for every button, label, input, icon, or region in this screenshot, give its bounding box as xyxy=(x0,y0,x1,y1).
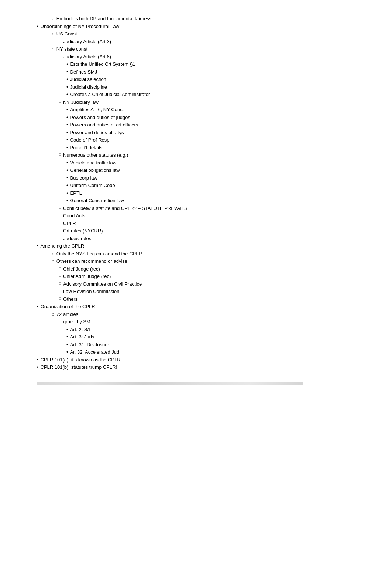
item-text: Power and duties of attys xyxy=(70,129,370,136)
list-item: •Uniform Comm Code xyxy=(37,182,370,189)
bullet-icon: • xyxy=(66,326,68,333)
bullet-icon: • xyxy=(66,190,68,197)
item-text: Others xyxy=(63,296,370,303)
bullet-icon: □ xyxy=(59,99,61,104)
list-item: •Proced'l details xyxy=(37,144,370,152)
bullet-icon: • xyxy=(66,84,68,91)
list-item: •Organization of the CPLR xyxy=(37,303,370,310)
bullet-icon: • xyxy=(66,121,68,129)
bullet-icon: □ xyxy=(59,288,61,293)
item-text: Powers and duties of judges xyxy=(70,114,370,121)
list-item: •Amplifies Art 6, NY Const xyxy=(37,106,370,113)
list-item: •CPLR 101(b): statutes trump CPLR! xyxy=(37,364,370,371)
item-text: Art. 2: S/L xyxy=(70,326,370,333)
bullet-icon: • xyxy=(66,167,68,174)
bullet-icon: □ xyxy=(59,235,61,241)
item-text: Organization of the CPLR xyxy=(41,303,370,310)
bullet-icon: • xyxy=(66,144,68,152)
item-text: US Const xyxy=(56,30,370,38)
item-text: CPLR xyxy=(63,220,370,227)
item-text: Powers and duties of crt officers xyxy=(70,121,370,129)
item-text: Amplifies Art 6, NY Const xyxy=(70,106,370,113)
bullet-icon: ○ xyxy=(52,15,55,23)
list-item: •Powers and duties of judges xyxy=(37,114,370,121)
list-item: ○Others can recommend or advise: xyxy=(37,258,370,265)
list-item: •Judicial discipline xyxy=(37,84,370,91)
bullet-icon: • xyxy=(66,159,68,167)
bullet-icon: □ xyxy=(59,38,61,44)
list-item: □Conflict betw a statute and CPLR? – STA… xyxy=(37,205,370,212)
list-item: •Ar. 32: Accelerated Jud xyxy=(37,348,370,356)
list-item: •Code of Prof Resp xyxy=(37,136,370,144)
item-text: Only the NYS Leg can amend the CPLR xyxy=(56,250,370,258)
list-item: ○Only the NYS Leg can amend the CPLR xyxy=(37,250,370,258)
bullet-icon: ○ xyxy=(52,30,55,38)
item-text: Judicial selection xyxy=(70,76,370,83)
item-text: Numerous other statutes (e.g.) xyxy=(63,152,370,159)
list-item: □Judiciary Article (Art 3) xyxy=(37,38,370,45)
bullet-icon: ○ xyxy=(52,258,55,265)
list-item: •Underpinnings of NY Procedural Law xyxy=(37,23,370,30)
item-text: Proced'l details xyxy=(70,144,370,152)
bullet-icon: • xyxy=(66,341,68,348)
list-item: •Art. 3: Juris xyxy=(37,333,370,341)
list-item: □Chief Judge (rec) xyxy=(37,265,370,273)
item-text: Judges' rules xyxy=(63,235,370,242)
list-item: •Art. 2: S/L xyxy=(37,326,370,333)
list-item: □grped by SM: xyxy=(37,318,370,326)
list-item: •EPTL xyxy=(37,190,370,197)
bullet-icon: • xyxy=(66,197,68,204)
list-item: □CPLR xyxy=(37,220,370,227)
list-item: □Judiciary Article (Art 6) xyxy=(37,53,370,61)
page-content: ○Embodies both DP and fundamental fairne… xyxy=(37,15,370,385)
bullet-icon: • xyxy=(66,114,68,121)
bullet-icon: • xyxy=(37,23,39,30)
item-text: Art. 3: Juris xyxy=(70,333,370,341)
item-text: Embodies both DP and fundamental fairnes… xyxy=(56,15,370,23)
bullet-icon: • xyxy=(66,348,68,356)
item-text: Court Acts xyxy=(63,212,370,220)
item-text: NY state const xyxy=(56,45,370,53)
list-item: □Advisory Committee on Civil Practice xyxy=(37,280,370,288)
list-item: •Bus corp law xyxy=(37,174,370,182)
bullet-icon: • xyxy=(66,129,68,136)
list-item: •General obligations law xyxy=(37,167,370,174)
bullet-icon: • xyxy=(66,182,68,189)
list-item: •CPLR 101(a): it's known as the CPLR xyxy=(37,356,370,364)
list-item: □NY Judiciary law xyxy=(37,99,370,106)
item-text: Bus corp law xyxy=(70,174,370,182)
bullet-icon: □ xyxy=(59,53,61,59)
item-text: Defines SMJ xyxy=(70,68,370,76)
list-item: •Creates a Chief Judicial Administrator xyxy=(37,91,370,98)
list-item: □Crt rules (NYCRR) xyxy=(37,227,370,235)
item-text: Chief Adm Judge (rec) xyxy=(63,273,370,280)
list-item: •General Construction law xyxy=(37,197,370,204)
item-text: CPLR 101(b): statutes trump CPLR! xyxy=(41,364,370,371)
item-text: Underpinnings of NY Procedural Law xyxy=(41,23,370,30)
bullet-icon: • xyxy=(37,242,39,250)
bullet-icon: • xyxy=(66,68,68,76)
list-item: •Power and duties of attys xyxy=(37,129,370,136)
item-text: Chief Judge (rec) xyxy=(63,265,370,273)
item-text: Others can recommend or advise: xyxy=(56,258,370,265)
bullet-icon: □ xyxy=(59,205,61,210)
item-text: NY Judiciary law xyxy=(63,99,370,106)
item-text: Amending the CPLR xyxy=(41,242,370,250)
list-item: □Judges' rules xyxy=(37,235,370,242)
bullet-icon: • xyxy=(66,76,68,83)
list-item: □Others xyxy=(37,296,370,303)
bullet-icon: □ xyxy=(59,152,61,157)
list-item: ○Embodies both DP and fundamental fairne… xyxy=(37,15,370,23)
item-text: Crt rules (NYCRR) xyxy=(63,227,370,235)
item-text: Ar. 32: Accelerated Jud xyxy=(70,348,370,356)
bullet-icon: • xyxy=(66,136,68,144)
list-item: •Vehicle and traffic law xyxy=(37,159,370,167)
list-item: ○72 articles xyxy=(37,311,370,318)
bullet-icon: • xyxy=(66,91,68,98)
list-item: ○NY state const xyxy=(37,45,370,53)
bullet-icon: • xyxy=(66,106,68,113)
list-item: □Chief Adm Judge (rec) xyxy=(37,273,370,280)
item-text: Judiciary Article (Art 3) xyxy=(63,38,370,45)
item-text: EPTL xyxy=(70,190,370,197)
list-item: ○US Const xyxy=(37,30,370,38)
